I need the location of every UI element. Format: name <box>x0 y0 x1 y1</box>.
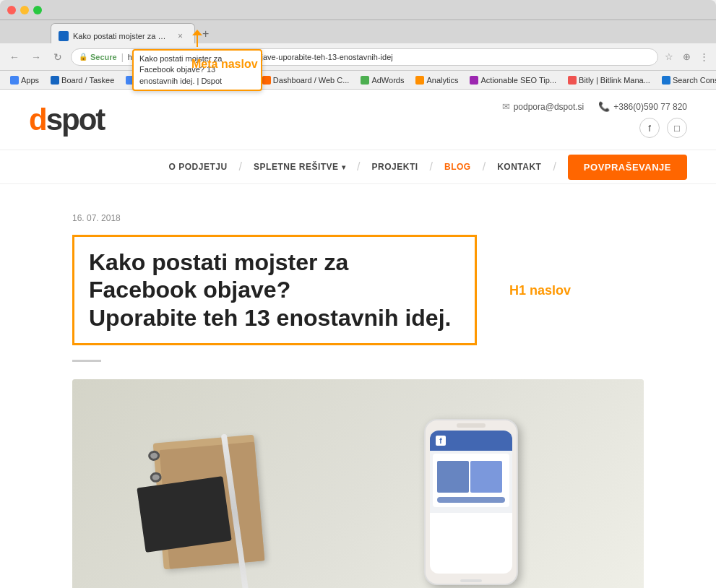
title-bar <box>0 0 716 20</box>
nav-separator: / <box>239 160 242 173</box>
close-button[interactable] <box>7 6 16 14</box>
lock-icon: 🔒 <box>79 53 87 61</box>
bookmark-favicon <box>51 76 59 85</box>
facebook-logo-icon: f <box>436 436 446 446</box>
phone-icon: 📞 <box>598 101 610 112</box>
nav-separator: / <box>553 160 556 173</box>
forward-button[interactable]: → <box>27 48 45 66</box>
nav-cta-button[interactable]: POVPRAŠEVANJE <box>568 155 687 180</box>
arrow-up-icon <box>192 30 202 35</box>
h1-naslov-annotation: H1 naslov <box>509 282 571 298</box>
bookmark-search-console[interactable]: Search Console - H... <box>657 74 716 86</box>
menu-icon[interactable]: ⋮ <box>697 51 710 64</box>
meta-naslov-annotation: Meta naslov <box>191 58 258 71</box>
site-header: dspot ✉ podpora@dspot.si 📞 +386(0)590 77… <box>0 90 716 150</box>
traffic-lights <box>7 6 42 14</box>
dark-notebook-image <box>137 476 231 553</box>
title-line2: Uporabite teh 13 enostavnih idej. <box>89 305 451 331</box>
bookmark-apps[interactable]: Apps <box>6 74 43 86</box>
address-bar: ← → ↻ 🔒 Secure | https://www.dspot.si/bl… <box>0 43 716 71</box>
bookmark-favicon <box>361 76 369 85</box>
bookmark-favicon <box>415 76 424 85</box>
tab-bar: Kako postati mojster za Faceb... × + <box>0 20 716 43</box>
bookmark-adwords[interactable]: AdWords <box>356 74 408 86</box>
phone-number: +386(0)590 77 820 <box>613 102 687 112</box>
bookmark-analytics[interactable]: Analytics <box>411 74 462 86</box>
tab-close-icon[interactable]: × <box>178 31 183 41</box>
secure-label: Secure <box>90 53 117 61</box>
back-button[interactable]: ← <box>6 48 23 66</box>
phone-image: f <box>424 419 518 585</box>
facebook-icon[interactable]: f <box>639 118 660 138</box>
hero-image: f <box>72 379 644 588</box>
nav-item-blog[interactable]: BLOG <box>434 150 481 183</box>
nav-separator: / <box>430 160 433 173</box>
dropdown-arrow-icon: ▾ <box>342 163 346 171</box>
hero-image-inner: f <box>72 379 644 588</box>
article-area: 16. 07. 2018 Kako postati mojster za Fac… <box>0 184 716 588</box>
bookmark-favicon <box>662 76 670 85</box>
address-right-icons: ☆ ⊕ ⋮ <box>663 51 710 64</box>
fullscreen-button[interactable] <box>33 6 42 14</box>
email-contact[interactable]: ✉ podpora@dspot.si <box>502 101 585 112</box>
bookmark-favicon <box>10 76 19 85</box>
nav-item-solutions[interactable]: SPLETNE REŠITVE ▾ <box>243 150 355 183</box>
bookmark-favicon <box>568 76 577 85</box>
bookmark-taskee[interactable]: Board / Taskee <box>46 74 118 86</box>
bookmark-bitly[interactable]: Bitly | Bitlink Mana... <box>564 74 655 86</box>
instagram-icon[interactable]: □ <box>667 118 687 138</box>
minimize-button[interactable] <box>20 6 29 14</box>
tab-favicon <box>59 31 69 41</box>
nav-item-contact[interactable]: KONTAKT <box>487 150 551 183</box>
bookmark-favicon <box>262 76 271 85</box>
bookmark-favicon <box>470 76 478 85</box>
email-address: podpora@dspot.si <box>514 102 585 112</box>
bookmark-star-icon[interactable]: ☆ <box>663 51 676 64</box>
bookmarks-bar: Apps Board / Taskee Google Trends SEMrus… <box>0 71 716 90</box>
contact-info: ✉ podpora@dspot.si 📞 +386(0)590 77 820 <box>502 101 687 112</box>
nav-separator: / <box>483 160 486 173</box>
extensions-icon[interactable]: ⊕ <box>680 51 693 64</box>
nav-item-about[interactable]: O PODJETJU <box>159 150 238 183</box>
title-line1: Kako postati mojster za Facebook objave? <box>89 249 348 303</box>
bookmark-dashboard[interactable]: Dashboard / Web C... <box>258 74 354 86</box>
nav-item-projects[interactable]: PROJEKTI <box>362 150 428 183</box>
page-wrapper: dspot ✉ podpora@dspot.si 📞 +386(0)590 77… <box>0 90 716 588</box>
bookmark-seo[interactable]: Actionable SEO Tip... <box>465 74 561 86</box>
social-icons: f □ <box>639 118 687 138</box>
nav-separator: / <box>357 160 360 173</box>
phone-contact[interactable]: 📞 +386(0)590 77 820 <box>598 101 687 112</box>
article-divider <box>72 360 101 362</box>
tooltip-text-line2: enostavnih idej. | Dspot <box>139 77 222 85</box>
email-icon: ✉ <box>502 101 510 112</box>
tab-title: Kako postati mojster za Faceb... <box>73 32 171 40</box>
article-title: Kako postati mojster za Facebook objave?… <box>72 235 477 345</box>
article-title-wrapper: Kako postati mojster za Facebook objave?… <box>72 235 477 345</box>
site-logo[interactable]: dspot <box>29 103 104 137</box>
nav-bar: O PODJETJU / SPLETNE REŠITVE ▾ / PROJEKT… <box>0 150 716 184</box>
header-right: ✉ podpora@dspot.si 📞 +386(0)590 77 820 f… <box>502 101 687 138</box>
article-date: 16. 07. 2018 <box>72 213 644 223</box>
active-tab[interactable]: Kako postati mojster za Faceb... × <box>51 23 195 43</box>
reload-button[interactable]: ↻ <box>49 48 66 66</box>
